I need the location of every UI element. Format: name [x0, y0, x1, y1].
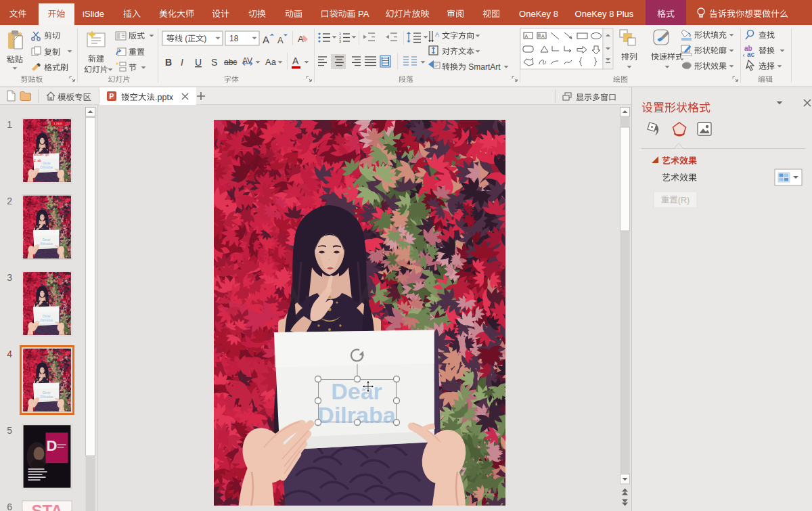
svg-text:18: 18: [229, 34, 239, 43]
svg-text:3: 3: [339, 39, 341, 43]
svg-text:PA: PA: [356, 9, 369, 19]
svg-text:1: 1: [7, 119, 12, 130]
svg-text:3: 3: [7, 272, 12, 283]
svg-text:U: U: [195, 57, 202, 68]
svg-text:SmartArt: SmartArt: [466, 62, 501, 72]
svg-text:(: (: [183, 34, 187, 43]
svg-text:2. ab: 2. ab: [34, 159, 41, 162]
svg-text:A: A: [292, 55, 299, 66]
svg-text:Aa: Aa: [265, 57, 277, 67]
svg-text:6: 6: [7, 502, 12, 511]
svg-text:A: A: [263, 34, 269, 45]
svg-text:): ): [204, 34, 206, 43]
svg-text:2: 2: [7, 196, 12, 206]
svg-text:P: P: [110, 93, 114, 100]
svg-text:A: A: [525, 34, 528, 39]
svg-text:1. abcdef. gh: 1. abcdef. gh: [30, 153, 49, 156]
svg-text:B: B: [165, 57, 172, 68]
svg-text:A: A: [541, 34, 545, 39]
svg-text:iSlide: iSlide: [83, 9, 104, 19]
svg-text:ac: ac: [747, 51, 755, 58]
svg-text:.pptx: .pptx: [155, 93, 174, 102]
svg-text:OneKey 8 Plus: OneKey 8 Plus: [575, 9, 634, 19]
svg-text:STA: STA: [31, 502, 62, 511]
svg-text:OneKey 8: OneKey 8: [519, 9, 558, 19]
svg-text:S: S: [211, 57, 217, 68]
svg-text:(R): (R): [678, 196, 690, 205]
svg-text:5: 5: [7, 425, 12, 436]
svg-text:I: I: [181, 57, 183, 68]
svg-text:abc: abc: [224, 58, 237, 67]
svg-text:4: 4: [7, 349, 12, 359]
svg-text:A: A: [277, 35, 284, 45]
svg-text:D: D: [47, 437, 58, 454]
svg-text:1.2345: 1.2345: [53, 122, 63, 125]
svg-text:A: A: [435, 31, 439, 38]
